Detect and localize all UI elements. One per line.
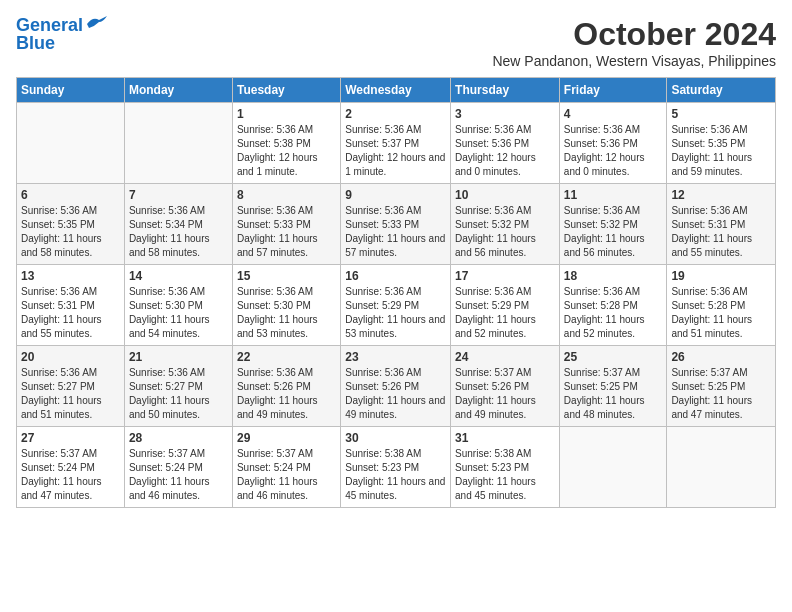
day-info: Sunrise: 5:36 AM Sunset: 5:32 PM Dayligh… <box>564 204 663 260</box>
day-number: 19 <box>671 269 771 283</box>
day-info: Sunrise: 5:36 AM Sunset: 5:29 PM Dayligh… <box>455 285 555 341</box>
logo-blue: Blue <box>16 34 55 54</box>
day-info: Sunrise: 5:36 AM Sunset: 5:38 PM Dayligh… <box>237 123 336 179</box>
calendar-cell: 4Sunrise: 5:36 AM Sunset: 5:36 PM Daylig… <box>559 103 667 184</box>
calendar-cell: 30Sunrise: 5:38 AM Sunset: 5:23 PM Dayli… <box>341 427 451 508</box>
day-number: 17 <box>455 269 555 283</box>
day-number: 16 <box>345 269 446 283</box>
day-info: Sunrise: 5:37 AM Sunset: 5:24 PM Dayligh… <box>129 447 228 503</box>
calendar-cell: 10Sunrise: 5:36 AM Sunset: 5:32 PM Dayli… <box>451 184 560 265</box>
calendar-cell <box>559 427 667 508</box>
day-info: Sunrise: 5:36 AM Sunset: 5:33 PM Dayligh… <box>237 204 336 260</box>
calendar-cell: 7Sunrise: 5:36 AM Sunset: 5:34 PM Daylig… <box>124 184 232 265</box>
weekday-header-thursday: Thursday <box>451 78 560 103</box>
day-number: 9 <box>345 188 446 202</box>
day-number: 5 <box>671 107 771 121</box>
calendar-week-row: 6Sunrise: 5:36 AM Sunset: 5:35 PM Daylig… <box>17 184 776 265</box>
calendar-cell: 14Sunrise: 5:36 AM Sunset: 5:30 PM Dayli… <box>124 265 232 346</box>
calendar-cell: 8Sunrise: 5:36 AM Sunset: 5:33 PM Daylig… <box>232 184 340 265</box>
calendar-cell: 5Sunrise: 5:36 AM Sunset: 5:35 PM Daylig… <box>667 103 776 184</box>
day-info: Sunrise: 5:37 AM Sunset: 5:26 PM Dayligh… <box>455 366 555 422</box>
day-info: Sunrise: 5:36 AM Sunset: 5:30 PM Dayligh… <box>129 285 228 341</box>
day-number: 11 <box>564 188 663 202</box>
calendar-cell: 22Sunrise: 5:36 AM Sunset: 5:26 PM Dayli… <box>232 346 340 427</box>
day-number: 23 <box>345 350 446 364</box>
calendar-table: SundayMondayTuesdayWednesdayThursdayFrid… <box>16 77 776 508</box>
day-info: Sunrise: 5:36 AM Sunset: 5:28 PM Dayligh… <box>564 285 663 341</box>
day-info: Sunrise: 5:36 AM Sunset: 5:37 PM Dayligh… <box>345 123 446 179</box>
day-info: Sunrise: 5:37 AM Sunset: 5:24 PM Dayligh… <box>21 447 120 503</box>
weekday-header-saturday: Saturday <box>667 78 776 103</box>
day-info: Sunrise: 5:37 AM Sunset: 5:25 PM Dayligh… <box>671 366 771 422</box>
day-number: 7 <box>129 188 228 202</box>
day-number: 1 <box>237 107 336 121</box>
day-number: 3 <box>455 107 555 121</box>
day-number: 2 <box>345 107 446 121</box>
calendar-cell <box>667 427 776 508</box>
day-number: 28 <box>129 431 228 445</box>
calendar-cell: 13Sunrise: 5:36 AM Sunset: 5:31 PM Dayli… <box>17 265 125 346</box>
month-title: October 2024 <box>492 16 776 53</box>
calendar-cell: 17Sunrise: 5:36 AM Sunset: 5:29 PM Dayli… <box>451 265 560 346</box>
day-number: 18 <box>564 269 663 283</box>
weekday-header-friday: Friday <box>559 78 667 103</box>
day-info: Sunrise: 5:38 AM Sunset: 5:23 PM Dayligh… <box>345 447 446 503</box>
calendar-cell: 12Sunrise: 5:36 AM Sunset: 5:31 PM Dayli… <box>667 184 776 265</box>
day-number: 20 <box>21 350 120 364</box>
day-info: Sunrise: 5:37 AM Sunset: 5:24 PM Dayligh… <box>237 447 336 503</box>
calendar-week-row: 20Sunrise: 5:36 AM Sunset: 5:27 PM Dayli… <box>17 346 776 427</box>
day-number: 15 <box>237 269 336 283</box>
logo-bird-icon <box>85 16 107 32</box>
day-info: Sunrise: 5:36 AM Sunset: 5:26 PM Dayligh… <box>345 366 446 422</box>
calendar-cell: 25Sunrise: 5:37 AM Sunset: 5:25 PM Dayli… <box>559 346 667 427</box>
weekday-header-row: SundayMondayTuesdayWednesdayThursdayFrid… <box>17 78 776 103</box>
weekday-header-monday: Monday <box>124 78 232 103</box>
calendar-week-row: 13Sunrise: 5:36 AM Sunset: 5:31 PM Dayli… <box>17 265 776 346</box>
calendar-cell: 23Sunrise: 5:36 AM Sunset: 5:26 PM Dayli… <box>341 346 451 427</box>
calendar-week-row: 27Sunrise: 5:37 AM Sunset: 5:24 PM Dayli… <box>17 427 776 508</box>
day-info: Sunrise: 5:38 AM Sunset: 5:23 PM Dayligh… <box>455 447 555 503</box>
calendar-cell: 19Sunrise: 5:36 AM Sunset: 5:28 PM Dayli… <box>667 265 776 346</box>
day-info: Sunrise: 5:36 AM Sunset: 5:30 PM Dayligh… <box>237 285 336 341</box>
day-info: Sunrise: 5:36 AM Sunset: 5:27 PM Dayligh… <box>129 366 228 422</box>
location-subtitle: New Pandanon, Western Visayas, Philippin… <box>492 53 776 69</box>
day-number: 21 <box>129 350 228 364</box>
day-number: 6 <box>21 188 120 202</box>
calendar-cell: 29Sunrise: 5:37 AM Sunset: 5:24 PM Dayli… <box>232 427 340 508</box>
day-info: Sunrise: 5:36 AM Sunset: 5:33 PM Dayligh… <box>345 204 446 260</box>
day-number: 13 <box>21 269 120 283</box>
day-number: 27 <box>21 431 120 445</box>
title-block: October 2024 New Pandanon, Western Visay… <box>492 16 776 69</box>
calendar-cell: 21Sunrise: 5:36 AM Sunset: 5:27 PM Dayli… <box>124 346 232 427</box>
day-number: 10 <box>455 188 555 202</box>
day-info: Sunrise: 5:36 AM Sunset: 5:36 PM Dayligh… <box>564 123 663 179</box>
calendar-cell: 31Sunrise: 5:38 AM Sunset: 5:23 PM Dayli… <box>451 427 560 508</box>
calendar-cell: 16Sunrise: 5:36 AM Sunset: 5:29 PM Dayli… <box>341 265 451 346</box>
day-number: 24 <box>455 350 555 364</box>
day-info: Sunrise: 5:36 AM Sunset: 5:31 PM Dayligh… <box>21 285 120 341</box>
day-info: Sunrise: 5:36 AM Sunset: 5:36 PM Dayligh… <box>455 123 555 179</box>
calendar-cell: 9Sunrise: 5:36 AM Sunset: 5:33 PM Daylig… <box>341 184 451 265</box>
weekday-header-wednesday: Wednesday <box>341 78 451 103</box>
day-number: 31 <box>455 431 555 445</box>
calendar-cell: 11Sunrise: 5:36 AM Sunset: 5:32 PM Dayli… <box>559 184 667 265</box>
day-number: 22 <box>237 350 336 364</box>
day-number: 8 <box>237 188 336 202</box>
day-info: Sunrise: 5:37 AM Sunset: 5:25 PM Dayligh… <box>564 366 663 422</box>
day-info: Sunrise: 5:36 AM Sunset: 5:34 PM Dayligh… <box>129 204 228 260</box>
calendar-cell: 20Sunrise: 5:36 AM Sunset: 5:27 PM Dayli… <box>17 346 125 427</box>
day-number: 25 <box>564 350 663 364</box>
day-info: Sunrise: 5:36 AM Sunset: 5:31 PM Dayligh… <box>671 204 771 260</box>
calendar-cell <box>17 103 125 184</box>
day-number: 14 <box>129 269 228 283</box>
day-info: Sunrise: 5:36 AM Sunset: 5:26 PM Dayligh… <box>237 366 336 422</box>
calendar-cell: 3Sunrise: 5:36 AM Sunset: 5:36 PM Daylig… <box>451 103 560 184</box>
day-number: 30 <box>345 431 446 445</box>
calendar-cell: 24Sunrise: 5:37 AM Sunset: 5:26 PM Dayli… <box>451 346 560 427</box>
day-info: Sunrise: 5:36 AM Sunset: 5:27 PM Dayligh… <box>21 366 120 422</box>
calendar-cell: 26Sunrise: 5:37 AM Sunset: 5:25 PM Dayli… <box>667 346 776 427</box>
calendar-cell <box>124 103 232 184</box>
calendar-cell: 28Sunrise: 5:37 AM Sunset: 5:24 PM Dayli… <box>124 427 232 508</box>
day-info: Sunrise: 5:36 AM Sunset: 5:35 PM Dayligh… <box>21 204 120 260</box>
calendar-cell: 1Sunrise: 5:36 AM Sunset: 5:38 PM Daylig… <box>232 103 340 184</box>
